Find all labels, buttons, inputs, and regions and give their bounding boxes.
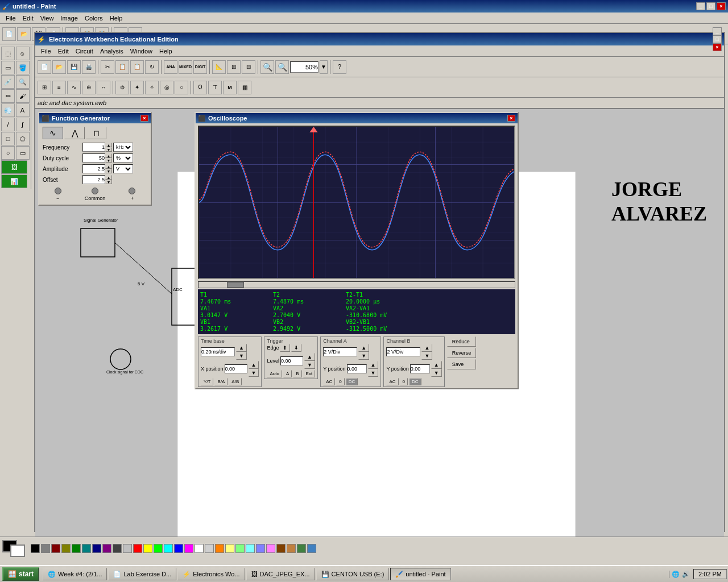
osc-chana-ypos-up[interactable]: ▲ bbox=[368, 361, 379, 369]
color-black[interactable] bbox=[31, 544, 40, 553]
ewb-menu-help[interactable]: Help bbox=[156, 47, 176, 56]
color-white[interactable] bbox=[195, 544, 204, 553]
ellipse-tool[interactable]: ○ bbox=[1, 146, 15, 160]
color-olive[interactable] bbox=[61, 544, 71, 553]
polygon-tool[interactable]: ⬠ bbox=[16, 132, 30, 146]
ewb-t2-4[interactable]: ⊕ bbox=[82, 81, 96, 94]
color-darkblue[interactable] bbox=[92, 544, 101, 553]
fg-amp-up[interactable]: ▲ bbox=[105, 164, 112, 169]
osc-chanb-input[interactable] bbox=[386, 347, 420, 356]
fg-freq-unit[interactable]: kHz Hz MHz bbox=[113, 143, 133, 152]
ewb-t2-9[interactable]: ◎ bbox=[160, 81, 173, 94]
color-lightgreen[interactable] bbox=[235, 544, 245, 553]
osc-xpos-input[interactable] bbox=[225, 364, 247, 373]
osc-b-btn[interactable]: B bbox=[293, 370, 301, 377]
color-lightcyan[interactable] bbox=[246, 544, 255, 553]
ewb-t2-1[interactable]: ⊞ bbox=[38, 81, 51, 94]
ewb-t2-3[interactable]: ∿ bbox=[67, 81, 81, 94]
ewb-wire1[interactable]: 📐 bbox=[212, 60, 226, 74]
ewb-ana[interactable]: ANA bbox=[164, 60, 177, 74]
color-lightyellow[interactable] bbox=[225, 544, 234, 553]
osc-close-button[interactable]: × bbox=[507, 115, 515, 122]
ewb-menu-window[interactable]: Window bbox=[127, 47, 156, 56]
osc-timebase-down[interactable]: ▼ bbox=[236, 352, 247, 360]
color-gray-dark[interactable] bbox=[41, 544, 50, 553]
fg-close-button[interactable]: × bbox=[140, 115, 148, 122]
open-button[interactable]: 📂 bbox=[17, 27, 31, 41]
taskbar-item-dac[interactable]: 🖼 DAC_JPEG_EX... bbox=[246, 568, 315, 580]
osc-chana-down[interactable]: ▼ bbox=[358, 352, 369, 360]
osc-chanb-dc[interactable]: DC bbox=[409, 378, 421, 385]
menu-view[interactable]: View bbox=[37, 14, 57, 23]
image-tool-1[interactable]: 🖼 bbox=[1, 160, 27, 174]
ewb-help[interactable]: ? bbox=[333, 60, 346, 74]
ewb-minimize-button[interactable]: _ bbox=[713, 27, 722, 35]
color-lightgray[interactable] bbox=[123, 544, 132, 553]
fg-offset-up[interactable]: ▲ bbox=[105, 175, 112, 180]
eyedropper-tool[interactable]: 💉 bbox=[1, 75, 15, 89]
menu-colors[interactable]: Colors bbox=[81, 14, 106, 23]
osc-ab-btn[interactable]: A/B bbox=[229, 378, 242, 385]
line-tool[interactable]: / bbox=[1, 118, 15, 131]
fg-duty-up[interactable]: ▲ bbox=[105, 153, 112, 158]
ewb-menu-file[interactable]: File bbox=[38, 47, 55, 56]
ewb-t2-14[interactable]: ▦ bbox=[238, 81, 251, 94]
fill-tool[interactable]: 🪣 bbox=[16, 61, 30, 74]
ewb-t2-12[interactable]: ⊤ bbox=[208, 81, 222, 94]
rounded-rect-tool[interactable]: ▭ bbox=[16, 146, 30, 160]
taskbar-item-week4[interactable]: 🌐 Week #4: (2/1... bbox=[43, 568, 107, 580]
pencil-tool[interactable]: ✏ bbox=[1, 89, 15, 103]
background-color[interactable] bbox=[10, 544, 25, 557]
fg-amp-input[interactable] bbox=[82, 164, 105, 173]
menu-edit[interactable]: Edit bbox=[19, 14, 37, 23]
osc-chanb-up[interactable]: ▲ bbox=[421, 344, 432, 352]
color-cyan[interactable] bbox=[164, 544, 173, 553]
fg-offset-input[interactable] bbox=[82, 175, 105, 184]
osc-chana-0[interactable]: 0 bbox=[336, 378, 344, 385]
ewb-open[interactable]: 📂 bbox=[52, 60, 66, 74]
menu-help[interactable]: Help bbox=[106, 14, 126, 23]
osc-ext-btn[interactable]: Ext bbox=[303, 370, 316, 377]
minimize-button[interactable]: _ bbox=[696, 2, 705, 10]
ewb-zoom-in[interactable]: 🔍 bbox=[275, 60, 289, 74]
osc-chanb-ypos-up[interactable]: ▲ bbox=[431, 361, 442, 369]
osc-chana-dc[interactable]: DC bbox=[346, 378, 358, 385]
osc-chana-ypos[interactable] bbox=[347, 364, 367, 373]
ewb-t2-13[interactable]: M bbox=[223, 81, 237, 94]
menu-image[interactable]: Image bbox=[57, 14, 81, 23]
fg-triangle-wave-btn[interactable]: ⋀ bbox=[64, 127, 85, 139]
color-purple[interactable] bbox=[102, 544, 111, 553]
ewb-t2-2[interactable]: ≡ bbox=[52, 81, 66, 94]
osc-timebase-up[interactable]: ▲ bbox=[236, 344, 247, 352]
brush-tool[interactable]: 🖌 bbox=[16, 89, 30, 103]
osc-chana-up[interactable]: ▲ bbox=[358, 344, 369, 352]
image-tool-2[interactable]: 📊 bbox=[1, 174, 27, 188]
taskbar-item-lab[interactable]: 📄 Lab Exercise D... bbox=[108, 568, 176, 580]
fg-amp-down[interactable]: ▼ bbox=[105, 169, 112, 173]
ewb-wire2[interactable]: ⊞ bbox=[227, 60, 241, 74]
airbrush-tool[interactable]: 💨 bbox=[1, 103, 15, 117]
menu-file[interactable]: File bbox=[2, 14, 19, 23]
rect-tool[interactable]: □ bbox=[1, 132, 15, 146]
color-teal[interactable] bbox=[82, 544, 91, 553]
fg-offset-down[interactable]: ▼ bbox=[105, 180, 112, 184]
fg-freq-up[interactable]: ▲ bbox=[105, 143, 112, 147]
color-yellow[interactable] bbox=[143, 544, 152, 553]
text-tool[interactable]: A bbox=[16, 103, 30, 117]
osc-chana-input[interactable] bbox=[323, 347, 357, 356]
osc-level-down[interactable]: ▼ bbox=[304, 361, 315, 369]
osc-chanb-down[interactable]: ▼ bbox=[421, 352, 432, 360]
fg-duty-unit[interactable]: % bbox=[113, 153, 133, 163]
ewb-mixed[interactable]: MIXED bbox=[179, 60, 192, 74]
magnifier-tool[interactable]: 🔍 bbox=[16, 75, 30, 89]
color-olive2[interactable] bbox=[297, 544, 306, 553]
ewb-save[interactable]: 💾 bbox=[67, 60, 81, 74]
color-tan[interactable] bbox=[287, 544, 296, 553]
fg-freq-input[interactable] bbox=[82, 143, 105, 152]
color-blue[interactable] bbox=[174, 544, 183, 553]
ewb-t2-10[interactable]: ○ bbox=[175, 81, 188, 94]
color-orange[interactable] bbox=[215, 544, 224, 553]
ewb-t2-11[interactable]: Ω bbox=[193, 81, 207, 94]
taskbar-item-paint[interactable]: 🖌️ untitled - Paint bbox=[390, 568, 450, 580]
ewb-t2-8[interactable]: ✧ bbox=[145, 81, 159, 94]
